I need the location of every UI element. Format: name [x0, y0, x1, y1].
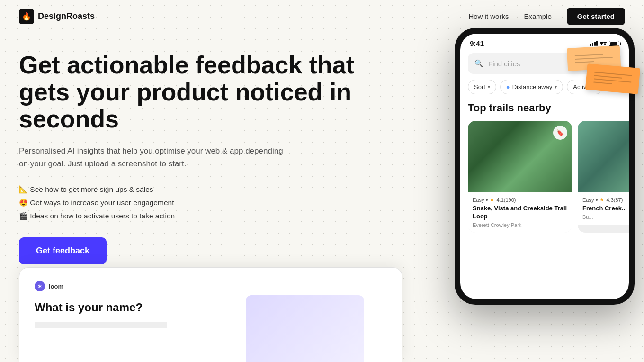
- chip-sort[interactable]: Sort ▾: [468, 80, 496, 94]
- trail-2-difficulty: Easy ★ 4.3(87): [582, 197, 629, 203]
- trail-2-name: French Creek...: [582, 205, 629, 213]
- trail-2-park: Bu...: [582, 214, 629, 220]
- bullet-list: 📐 See how to get more sign ups & sales 😍…: [19, 185, 426, 220]
- trail-1-stars: ★: [490, 197, 494, 203]
- trail-card-1-image: 🔖: [468, 121, 572, 192]
- sticky-note-1: [585, 63, 640, 94]
- bullet-item-1: 📐 See how to get more sign ups & sales: [19, 185, 426, 194]
- chip-distance[interactable]: ● Distance away ▾: [500, 80, 563, 94]
- chip-distance-icon: ●: [506, 83, 510, 90]
- logo-icon: 🔥: [19, 9, 34, 24]
- trail-card-1-info: Easy ★ 4.1(190) Snake, Vista and Creeksi…: [468, 192, 572, 233]
- signal-bars-icon: [590, 41, 598, 46]
- trail-1-name: Snake, Vista and Creekside Trail Loop: [473, 205, 567, 221]
- trail-2-rating: 4.3(87): [606, 197, 623, 203]
- bullet-text-3: Ideas on how to activate users to take a…: [30, 212, 175, 220]
- logo-text: DesignRoasts: [38, 11, 95, 21]
- nav-link-example[interactable]: Example: [524, 12, 551, 20]
- loom-header: ✱ loom: [35, 281, 387, 291]
- trail-1-rating: 4.1(190): [496, 197, 516, 203]
- bullet-text-2: Get ways to increase your user engagemen…: [30, 199, 174, 207]
- form-input-bar[interactable]: [35, 322, 167, 328]
- bottom-preview: ✱ loom What is your name?: [19, 267, 402, 362]
- nav-links: How it works Example Get started: [468, 8, 625, 25]
- trail-2-dot: [596, 199, 598, 201]
- status-time: 9:41: [470, 39, 484, 47]
- chip-distance-label: Distance away: [512, 83, 553, 90]
- get-feedback-button[interactable]: Get feedback: [19, 237, 107, 264]
- chevron-down-icon-2: ▾: [555, 84, 557, 90]
- bullet-item-2: 😍 Get ways to increase your user engagem…: [19, 199, 426, 207]
- bullet-icon-1: 📐: [19, 185, 28, 193]
- bullet-text-1: See how to get more sign ups & sales: [30, 185, 153, 193]
- trail-cards: 🔖 Easy ★ 4.1(190) Snake, Vis: [460, 121, 629, 233]
- main-layout: Get actionable feedback that gets your p…: [0, 33, 644, 293]
- trail-card-2[interactable]: 🔖 Easy ★ 4.3(87) French Cree: [578, 121, 629, 233]
- trail-1-park: Everett Crowley Park: [473, 222, 567, 228]
- section-title: Top trails nearby: [460, 102, 629, 114]
- bullet-icon-2: 😍: [19, 199, 28, 207]
- bullet-icon-3: 🎬: [19, 212, 28, 220]
- trail-1-difficulty-label: Easy: [473, 197, 484, 203]
- loom-name: loom: [49, 283, 63, 290]
- chevron-down-icon: ▾: [488, 84, 490, 90]
- navbar: 🔥 DesignRoasts How it works Example Get …: [0, 0, 644, 33]
- bullet-item-3: 🎬 Ideas on how to activate users to take…: [19, 212, 426, 220]
- form-bg-shape: [246, 295, 364, 362]
- logo: 🔥 DesignRoasts: [19, 9, 95, 24]
- nav-cta-button[interactable]: Get started: [567, 8, 625, 25]
- trail-1-dot: [486, 199, 488, 201]
- trail-card-2-info: Easy ★ 4.3(87) French Creek... Bu...: [578, 192, 629, 225]
- hero-title: Get actionable feedback that gets your p…: [19, 52, 388, 133]
- loom-icon: ✱: [35, 281, 45, 291]
- trail-1-difficulty: Easy ★ 4.1(190): [473, 197, 567, 203]
- search-icon: 🔍: [474, 59, 483, 68]
- trail-2-difficulty-label: Easy: [582, 197, 594, 203]
- trail-2-stars: ★: [599, 197, 604, 203]
- chip-sort-label: Sort: [474, 83, 485, 90]
- hero-subtitle: Personalised AI insights that help you o…: [19, 145, 294, 170]
- left-content: Get actionable feedback that gets your p…: [19, 42, 426, 293]
- save-trail-1-button[interactable]: 🔖: [553, 126, 567, 140]
- nav-link-how-it-works[interactable]: How it works: [468, 12, 509, 20]
- trail-card-2-image: 🔖: [578, 121, 629, 192]
- phone-mockup: 9:41 ▾▿: [445, 28, 644, 305]
- trail-card-1[interactable]: 🔖 Easy ★ 4.1(190) Snake, Vis: [468, 121, 572, 233]
